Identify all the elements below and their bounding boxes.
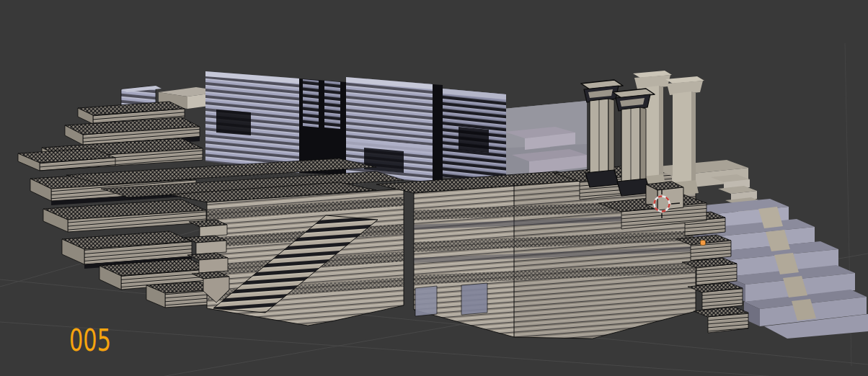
model-columns [581,71,704,196]
3d-viewport[interactable]: 005 [0,0,868,376]
frame-number-label: 005 [69,323,111,358]
origin-point [701,241,706,246]
viewport-canvas[interactable]: 005 [0,0,868,376]
